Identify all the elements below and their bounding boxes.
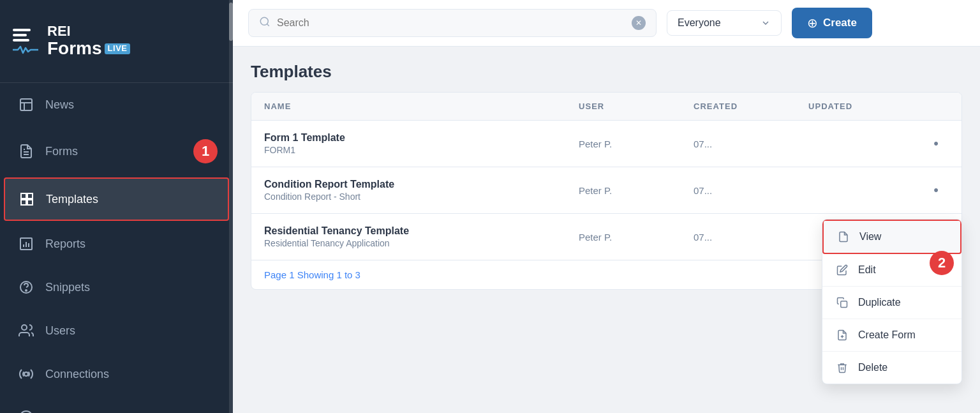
sidebar: REI Forms LIVE News Forms 1 Templates Re… bbox=[0, 0, 233, 413]
sidebar-item-templates[interactable]: Templates bbox=[4, 177, 229, 221]
duplicate-icon bbox=[835, 296, 849, 310]
help-icon bbox=[17, 409, 35, 413]
forms-icon bbox=[17, 142, 35, 160]
col-created: CREATED bbox=[694, 101, 808, 111]
table-header: NAME USER CREATED UPDATED bbox=[251, 93, 961, 121]
row1-user: Peter P. bbox=[579, 139, 694, 149]
col-actions bbox=[923, 101, 949, 111]
connections-icon bbox=[17, 365, 35, 383]
svg-point-11 bbox=[26, 290, 27, 291]
row1-created: 07... bbox=[694, 139, 808, 149]
sidebar-item-snippets[interactable]: Snippets bbox=[0, 266, 233, 309]
sidebar-label-snippets: Snippets bbox=[45, 281, 90, 294]
svg-rect-7 bbox=[21, 200, 26, 205]
context-duplicate-label: Duplicate bbox=[858, 297, 901, 308]
section-title: Templates bbox=[251, 62, 962, 82]
table-row[interactable]: Condition Report Template Condition Repo… bbox=[251, 167, 961, 214]
svg-rect-18 bbox=[841, 301, 847, 308]
main-content: ✕ Everyone ⊕ Create Templates NAME USER … bbox=[233, 0, 980, 413]
row3-created: 07... bbox=[694, 232, 808, 243]
row1-menu-button[interactable]: • bbox=[923, 135, 949, 152]
context-item-delete[interactable]: Delete bbox=[822, 352, 961, 384]
context-menu: View Edit 2 Duplicate bbox=[822, 219, 962, 384]
plus-icon: ⊕ bbox=[807, 15, 818, 31]
sidebar-label-news: News bbox=[45, 98, 74, 112]
content-area: Templates NAME USER CREATED UPDATED Form… bbox=[233, 47, 980, 413]
row2-name: Condition Report Template Condition Repo… bbox=[264, 179, 579, 202]
app-logo: REI Forms LIVE bbox=[0, 0, 233, 83]
svg-point-16 bbox=[260, 17, 268, 25]
everyone-dropdown[interactable]: Everyone bbox=[667, 10, 782, 36]
search-icon bbox=[259, 16, 271, 30]
context-view-label: View bbox=[859, 231, 881, 243]
sidebar-item-help[interactable]: Help bbox=[0, 396, 233, 413]
svg-rect-6 bbox=[27, 193, 33, 199]
sidebar-label-forms: Forms bbox=[45, 145, 78, 158]
svg-line-17 bbox=[267, 24, 269, 26]
create-button[interactable]: ⊕ Create bbox=[792, 8, 872, 38]
sidebar-item-forms[interactable]: Forms 1 bbox=[0, 126, 233, 176]
news-icon bbox=[17, 96, 35, 114]
scrollbar-thumb[interactable] bbox=[229, 3, 233, 41]
badge-2: 2 bbox=[930, 251, 954, 275]
sidebar-item-connections[interactable]: Connections bbox=[0, 352, 233, 396]
reports-icon bbox=[17, 235, 35, 253]
svg-rect-8 bbox=[27, 200, 33, 205]
svg-point-12 bbox=[22, 325, 27, 330]
context-item-create-form[interactable]: Create Form bbox=[822, 319, 961, 352]
templates-icon bbox=[18, 190, 36, 208]
sidebar-label-connections: Connections bbox=[45, 368, 109, 381]
sidebar-label-templates: Templates bbox=[46, 193, 98, 206]
context-item-edit[interactable]: Edit 2 bbox=[822, 254, 961, 287]
svg-rect-5 bbox=[21, 193, 26, 199]
context-item-duplicate[interactable]: Duplicate bbox=[822, 287, 961, 319]
view-icon bbox=[836, 230, 850, 244]
svg-rect-0 bbox=[20, 99, 32, 110]
everyone-label: Everyone bbox=[678, 17, 721, 29]
context-edit-label: Edit bbox=[858, 264, 876, 276]
sidebar-label-reports: Reports bbox=[45, 237, 85, 251]
create-form-icon bbox=[835, 328, 849, 342]
sidebar-item-reports[interactable]: Reports bbox=[0, 222, 233, 266]
row3-user: Peter P. bbox=[579, 232, 694, 243]
create-label: Create bbox=[823, 17, 857, 29]
users-icon bbox=[17, 322, 35, 340]
logo-text: REI Forms LIVE bbox=[47, 24, 130, 59]
svg-point-13 bbox=[24, 372, 28, 376]
col-user: USER bbox=[579, 101, 694, 111]
row2-user: Peter P. bbox=[579, 185, 694, 196]
logo-icon bbox=[13, 29, 38, 54]
context-delete-label: Delete bbox=[858, 362, 887, 373]
delete-icon bbox=[835, 361, 849, 375]
sidebar-item-users[interactable]: Users bbox=[0, 309, 233, 352]
col-name: NAME bbox=[264, 101, 579, 111]
topbar: ✕ Everyone ⊕ Create bbox=[233, 0, 980, 47]
badge-1: 1 bbox=[193, 139, 218, 163]
logo-forms-live: Forms LIVE bbox=[47, 39, 130, 59]
row1-name: Form 1 Template FORM1 bbox=[264, 132, 579, 155]
context-item-view[interactable]: View bbox=[822, 220, 961, 254]
row3-name: Residential Tenancy Template Residential… bbox=[264, 225, 579, 248]
row2-created: 07... bbox=[694, 185, 808, 196]
context-create-form-label: Create Form bbox=[858, 329, 916, 341]
search-input[interactable] bbox=[277, 17, 625, 29]
sidebar-label-users: Users bbox=[45, 324, 75, 338]
sidebar-label-help: Help bbox=[45, 411, 69, 414]
logo-rei: REI bbox=[47, 24, 130, 39]
snippets-icon bbox=[17, 278, 35, 296]
sidebar-item-news[interactable]: News bbox=[0, 83, 233, 126]
edit-icon bbox=[835, 263, 849, 277]
col-updated: UPDATED bbox=[808, 101, 923, 111]
search-box: ✕ bbox=[248, 9, 657, 37]
search-clear-button[interactable]: ✕ bbox=[632, 16, 646, 30]
table-row[interactable]: Form 1 Template FORM1 Peter P. 07... • bbox=[251, 121, 961, 167]
row2-menu-button[interactable]: • bbox=[923, 182, 949, 199]
